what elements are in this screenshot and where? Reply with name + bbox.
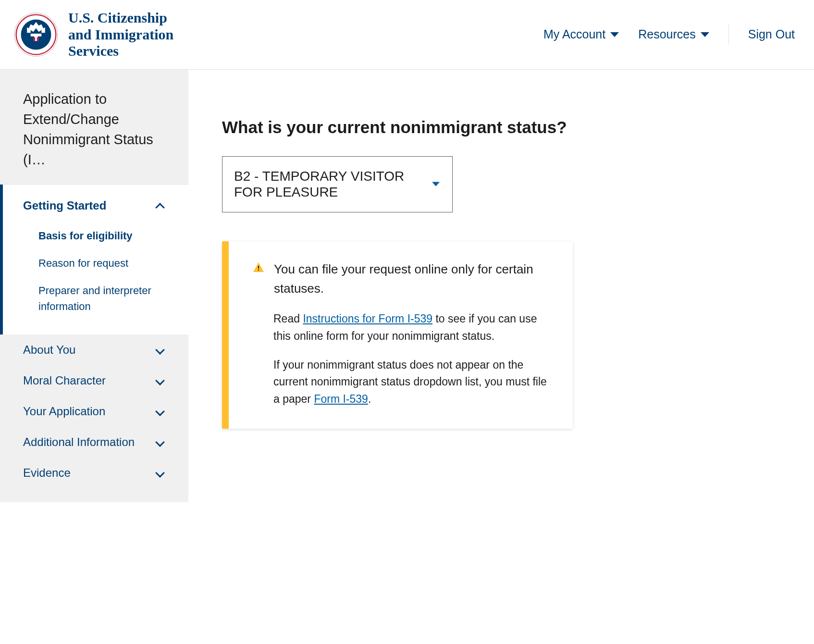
sidebar-item-basis-for-eligibility[interactable]: Basis for eligibility bbox=[38, 222, 169, 249]
sidebar: Application to Extend/Change Nonimmigran… bbox=[0, 70, 188, 502]
sidebar-item-label: Basis for eligibility bbox=[38, 230, 133, 242]
alert-text: . bbox=[368, 393, 371, 405]
sidebar-header-moral-character[interactable]: Moral Character bbox=[0, 365, 188, 396]
brand: U.S. Citizenship and Immigration Service… bbox=[13, 10, 173, 60]
caret-down-icon bbox=[610, 32, 619, 37]
instructions-link[interactable]: Instructions for Form I-539 bbox=[303, 312, 432, 325]
sidebar-section-label: About You bbox=[23, 343, 75, 357]
resources-menu[interactable]: Resources bbox=[638, 27, 709, 41]
form-i539-link[interactable]: Form I-539 bbox=[314, 393, 368, 405]
brand-line-3: Services bbox=[68, 43, 173, 60]
sign-out-label: Sign Out bbox=[748, 27, 795, 41]
svg-rect-4 bbox=[37, 37, 39, 41]
chevron-down-icon bbox=[155, 345, 165, 355]
my-account-label: My Account bbox=[543, 27, 605, 41]
chevron-down-icon bbox=[155, 437, 165, 447]
my-account-menu[interactable]: My Account bbox=[543, 27, 619, 41]
sidebar-section-label: Moral Character bbox=[23, 374, 106, 387]
sidebar-section-your-application: Your Application bbox=[0, 396, 188, 427]
svg-rect-7 bbox=[258, 270, 259, 271]
caret-down-icon bbox=[701, 32, 709, 37]
sidebar-header-getting-started[interactable]: Getting Started bbox=[3, 185, 188, 222]
sidebar-item-reason-for-request[interactable]: Reason for request bbox=[38, 249, 169, 277]
site-header: U.S. Citizenship and Immigration Service… bbox=[0, 0, 814, 70]
svg-rect-6 bbox=[258, 266, 259, 269]
alert-text: Read bbox=[273, 312, 303, 325]
sidebar-section-label: Additional Information bbox=[23, 435, 135, 449]
warning-icon bbox=[253, 261, 264, 273]
sign-out-link[interactable]: Sign Out bbox=[748, 27, 795, 41]
top-nav: My Account Resources Sign Out bbox=[543, 25, 795, 45]
caret-down-icon bbox=[432, 182, 440, 186]
sidebar-section-label: Evidence bbox=[23, 466, 71, 480]
chevron-down-icon bbox=[155, 468, 165, 478]
chevron-down-icon bbox=[155, 407, 165, 416]
sidebar-sublist: Basis for eligibility Reason for request… bbox=[3, 222, 188, 334]
status-dropdown-value: B2 - TEMPORARY VISITOR FOR PLEASURE bbox=[234, 168, 428, 200]
chevron-up-icon bbox=[155, 203, 165, 212]
main-content: What is your current nonimmigrant status… bbox=[188, 70, 814, 502]
sidebar-header-evidence[interactable]: Evidence bbox=[0, 458, 188, 488]
sidebar-item-label: Preparer and interpreter information bbox=[38, 285, 151, 312]
sidebar-header-about-you[interactable]: About You bbox=[0, 334, 188, 365]
warning-alert: You can file your request online only fo… bbox=[222, 241, 573, 429]
status-dropdown[interactable]: B2 - TEMPORARY VISITOR FOR PLEASURE bbox=[222, 156, 453, 212]
layout: Application to Extend/Change Nonimmigran… bbox=[0, 70, 814, 502]
sidebar-item-label: Reason for request bbox=[38, 257, 128, 269]
brand-line-1: U.S. Citizenship bbox=[68, 10, 173, 26]
form-title: Application to Extend/Change Nonimmigran… bbox=[0, 89, 188, 185]
alert-paragraph-1: Read Instructions for Form I-539 to see … bbox=[273, 310, 549, 345]
sidebar-section-label: Getting Started bbox=[23, 199, 106, 212]
sidebar-header-additional-information[interactable]: Additional Information bbox=[0, 427, 188, 458]
sidebar-item-preparer-interpreter[interactable]: Preparer and interpreter information bbox=[38, 277, 169, 320]
alert-body: Read Instructions for Form I-539 to see … bbox=[273, 310, 549, 408]
chevron-down-icon bbox=[155, 376, 165, 385]
question-heading: What is your current nonimmigrant status… bbox=[222, 118, 780, 137]
dhs-seal-icon bbox=[13, 12, 59, 57]
brand-text: U.S. Citizenship and Immigration Service… bbox=[68, 10, 173, 60]
sidebar-section-about-you: About You bbox=[0, 334, 188, 365]
resources-label: Resources bbox=[638, 27, 696, 41]
sidebar-section-evidence: Evidence bbox=[0, 458, 188, 488]
sidebar-section-label: Your Application bbox=[23, 405, 105, 418]
alert-title: You can file your request online only fo… bbox=[274, 260, 549, 298]
sidebar-section-moral-character: Moral Character bbox=[0, 365, 188, 396]
nav-divider bbox=[728, 25, 729, 45]
alert-paragraph-2: If your nonimmigrant status does not app… bbox=[273, 357, 549, 408]
sidebar-header-your-application[interactable]: Your Application bbox=[0, 396, 188, 427]
svg-rect-3 bbox=[33, 37, 35, 41]
form-title-text: Application to Extend/Change Nonimmigran… bbox=[23, 89, 165, 170]
sidebar-section-getting-started: Getting Started Basis for eligibility Re… bbox=[0, 185, 188, 334]
brand-line-2: and Immigration bbox=[68, 26, 173, 43]
sidebar-section-additional-information: Additional Information bbox=[0, 427, 188, 458]
